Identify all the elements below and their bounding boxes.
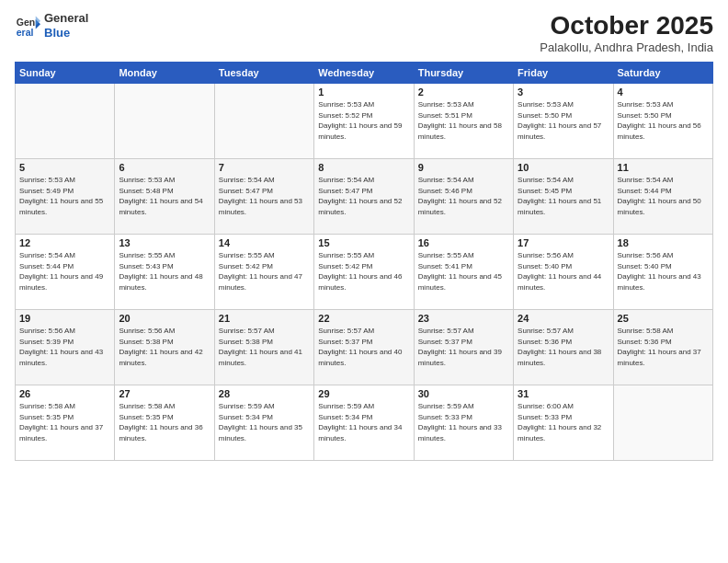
week-row-3: 19Sunrise: 5:56 AM Sunset: 5:39 PM Dayli…	[16, 310, 713, 385]
day-info: Sunrise: 5:59 AM Sunset: 5:34 PM Dayligh…	[219, 401, 310, 443]
day-cell: 3Sunrise: 5:53 AM Sunset: 5:50 PM Daylig…	[514, 84, 613, 159]
day-info: Sunrise: 6:00 AM Sunset: 5:33 PM Dayligh…	[518, 401, 609, 443]
day-number: 24	[518, 313, 609, 324]
day-number: 14	[219, 237, 310, 248]
day-number: 28	[219, 388, 310, 399]
calendar-container: Gen eral General Blue October 2025 Palak…	[0, 0, 728, 563]
day-info: Sunrise: 5:54 AM Sunset: 5:45 PM Dayligh…	[518, 175, 609, 217]
day-number: 23	[418, 313, 509, 324]
weekday-header-wednesday: Wednesday	[314, 63, 414, 84]
day-info: Sunrise: 5:53 AM Sunset: 5:48 PM Dayligh…	[119, 175, 210, 217]
day-info: Sunrise: 5:55 AM Sunset: 5:42 PM Dayligh…	[318, 250, 409, 293]
day-info: Sunrise: 5:53 AM Sunset: 5:50 PM Dayligh…	[518, 99, 609, 142]
day-info: Sunrise: 5:54 AM Sunset: 5:47 PM Dayligh…	[318, 175, 409, 217]
day-cell: 25Sunrise: 5:58 AM Sunset: 5:36 PM Dayli…	[613, 310, 712, 385]
day-info: Sunrise: 5:58 AM Sunset: 5:36 PM Dayligh…	[618, 326, 709, 368]
day-info: Sunrise: 5:56 AM Sunset: 5:40 PM Dayligh…	[518, 250, 609, 293]
week-row-1: 5Sunrise: 5:53 AM Sunset: 5:49 PM Daylig…	[16, 159, 713, 235]
logo-blue: Blue	[44, 26, 88, 40]
day-number: 30	[418, 388, 509, 399]
day-info: Sunrise: 5:55 AM Sunset: 5:41 PM Dayligh…	[418, 250, 509, 293]
day-info: Sunrise: 5:59 AM Sunset: 5:33 PM Dayligh…	[418, 401, 509, 443]
day-number: 16	[418, 237, 509, 248]
day-cell: 28Sunrise: 5:59 AM Sunset: 5:34 PM Dayli…	[214, 385, 313, 461]
weekday-header-sunday: Sunday	[16, 63, 115, 84]
day-number: 3	[518, 86, 609, 98]
day-number: 18	[618, 237, 709, 248]
day-info: Sunrise: 5:57 AM Sunset: 5:37 PM Dayligh…	[318, 326, 409, 368]
weekday-header-friday: Friday	[514, 63, 613, 84]
day-number: 5	[19, 162, 110, 173]
svg-text:eral: eral	[17, 26, 34, 37]
weekday-header-monday: Monday	[115, 63, 214, 84]
week-row-2: 12Sunrise: 5:54 AM Sunset: 5:44 PM Dayli…	[16, 235, 713, 310]
calendar-table: SundayMondayTuesdayWednesdayThursdayFrid…	[15, 62, 713, 461]
day-number: 25	[618, 313, 709, 324]
weekday-header-saturday: Saturday	[613, 63, 712, 84]
day-number: 8	[318, 162, 409, 173]
day-number: 31	[518, 388, 609, 399]
day-info: Sunrise: 5:55 AM Sunset: 5:42 PM Dayligh…	[219, 250, 310, 293]
week-row-0: 1Sunrise: 5:53 AM Sunset: 5:52 PM Daylig…	[16, 84, 713, 159]
day-number: 10	[518, 162, 609, 173]
logo-icon: Gen eral	[15, 13, 40, 39]
day-cell: 23Sunrise: 5:57 AM Sunset: 5:37 PM Dayli…	[414, 310, 513, 385]
day-cell: 19Sunrise: 5:56 AM Sunset: 5:39 PM Dayli…	[16, 310, 115, 385]
day-info: Sunrise: 5:54 AM Sunset: 5:44 PM Dayligh…	[19, 250, 110, 293]
day-info: Sunrise: 5:54 AM Sunset: 5:44 PM Dayligh…	[618, 175, 709, 217]
day-cell: 21Sunrise: 5:57 AM Sunset: 5:38 PM Dayli…	[214, 310, 313, 385]
day-number: 21	[219, 313, 310, 324]
day-number: 15	[318, 237, 409, 248]
day-cell: 24Sunrise: 5:57 AM Sunset: 5:36 PM Dayli…	[514, 310, 613, 385]
day-number: 22	[318, 313, 409, 324]
day-info: Sunrise: 5:53 AM Sunset: 5:49 PM Dayligh…	[19, 175, 110, 217]
day-info: Sunrise: 5:53 AM Sunset: 5:52 PM Dayligh…	[318, 99, 409, 142]
day-info: Sunrise: 5:58 AM Sunset: 5:35 PM Dayligh…	[119, 401, 210, 443]
day-cell: 13Sunrise: 5:55 AM Sunset: 5:43 PM Dayli…	[115, 235, 214, 310]
day-number: 2	[418, 86, 509, 98]
day-cell: 26Sunrise: 5:58 AM Sunset: 5:35 PM Dayli…	[16, 385, 115, 461]
day-cell: 12Sunrise: 5:54 AM Sunset: 5:44 PM Dayli…	[16, 235, 115, 310]
day-number: 29	[318, 388, 409, 399]
logo-general: General	[44, 11, 88, 26]
day-cell: 1Sunrise: 5:53 AM Sunset: 5:52 PM Daylig…	[314, 84, 414, 159]
day-cell: 15Sunrise: 5:55 AM Sunset: 5:42 PM Dayli…	[314, 235, 414, 310]
day-number: 13	[119, 237, 210, 248]
day-cell: 18Sunrise: 5:56 AM Sunset: 5:40 PM Dayli…	[613, 235, 712, 310]
day-cell: 9Sunrise: 5:54 AM Sunset: 5:46 PM Daylig…	[414, 159, 513, 235]
location-subtitle: Palakollu, Andhra Pradesh, India	[540, 40, 713, 54]
day-cell: 6Sunrise: 5:53 AM Sunset: 5:48 PM Daylig…	[115, 159, 214, 235]
day-number: 12	[19, 237, 110, 248]
day-cell: 2Sunrise: 5:53 AM Sunset: 5:51 PM Daylig…	[414, 84, 513, 159]
day-info: Sunrise: 5:55 AM Sunset: 5:43 PM Dayligh…	[119, 250, 210, 293]
header-row: SundayMondayTuesdayWednesdayThursdayFrid…	[16, 63, 713, 84]
day-cell: 4Sunrise: 5:53 AM Sunset: 5:50 PM Daylig…	[613, 84, 712, 159]
day-number: 7	[219, 162, 310, 173]
day-info: Sunrise: 5:54 AM Sunset: 5:47 PM Dayligh…	[219, 175, 310, 217]
day-number: 19	[19, 313, 110, 324]
day-info: Sunrise: 5:57 AM Sunset: 5:36 PM Dayligh…	[518, 326, 609, 368]
day-cell: 8Sunrise: 5:54 AM Sunset: 5:47 PM Daylig…	[314, 159, 414, 235]
day-cell: 27Sunrise: 5:58 AM Sunset: 5:35 PM Dayli…	[115, 385, 214, 461]
day-number: 11	[618, 162, 709, 173]
day-cell: 5Sunrise: 5:53 AM Sunset: 5:49 PM Daylig…	[16, 159, 115, 235]
day-number: 27	[119, 388, 210, 399]
day-cell	[16, 84, 115, 159]
day-cell: 10Sunrise: 5:54 AM Sunset: 5:45 PM Dayli…	[514, 159, 613, 235]
day-cell: 30Sunrise: 5:59 AM Sunset: 5:33 PM Dayli…	[414, 385, 513, 461]
logo: Gen eral General Blue	[15, 11, 88, 40]
day-number: 6	[119, 162, 210, 173]
day-cell: 14Sunrise: 5:55 AM Sunset: 5:42 PM Dayli…	[214, 235, 313, 310]
day-info: Sunrise: 5:59 AM Sunset: 5:34 PM Dayligh…	[318, 401, 409, 443]
day-cell: 11Sunrise: 5:54 AM Sunset: 5:44 PM Dayli…	[613, 159, 712, 235]
day-info: Sunrise: 5:56 AM Sunset: 5:39 PM Dayligh…	[19, 326, 110, 368]
day-info: Sunrise: 5:53 AM Sunset: 5:50 PM Dayligh…	[618, 99, 709, 142]
day-info: Sunrise: 5:58 AM Sunset: 5:35 PM Dayligh…	[19, 401, 110, 443]
title-block: October 2025 Palakollu, Andhra Pradesh, …	[540, 11, 713, 54]
day-info: Sunrise: 5:57 AM Sunset: 5:38 PM Dayligh…	[219, 326, 310, 368]
week-row-4: 26Sunrise: 5:58 AM Sunset: 5:35 PM Dayli…	[16, 385, 713, 461]
header: Gen eral General Blue October 2025 Palak…	[15, 11, 713, 54]
day-number: 4	[618, 86, 709, 98]
day-info: Sunrise: 5:57 AM Sunset: 5:37 PM Dayligh…	[418, 326, 509, 368]
day-cell: 7Sunrise: 5:54 AM Sunset: 5:47 PM Daylig…	[214, 159, 313, 235]
